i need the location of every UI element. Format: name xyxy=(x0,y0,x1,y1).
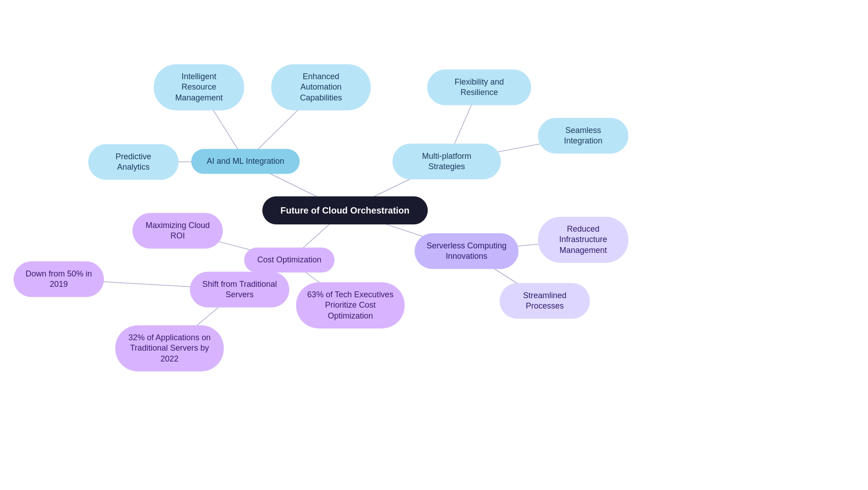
node-shift-traditional: Shift from Traditional Servers xyxy=(190,272,289,308)
node-down-50: Down from 50% in 2019 xyxy=(14,262,104,297)
center-node: Future of Cloud Orchestration xyxy=(262,196,428,224)
node-predictive-analytics: Predictive Analytics xyxy=(88,144,179,180)
node-maximizing-roi: Maximizing Cloud ROI xyxy=(132,213,223,249)
node-enhanced-automation: Enhanced Automation Capabilities xyxy=(271,64,371,110)
node-serverless: Serverless Computing Innovations xyxy=(415,233,519,269)
node-reduced-infra: Reduced Infrastructure Management xyxy=(538,217,628,263)
node-multi-platform: Multi-platform Strategies xyxy=(392,144,501,180)
node-streamlined: Streamlined Processes xyxy=(500,283,590,319)
node-seamless-integration: Seamless Integration xyxy=(538,118,628,154)
node-intelligent-resource: Intelligent Resource Management xyxy=(154,64,244,110)
node-flexibility: Flexibility and Resilience xyxy=(427,70,531,105)
node-63-percent: 63% of Tech Executives Prioritize Cost O… xyxy=(296,282,405,328)
node-cost-optimization: Cost Optimization xyxy=(244,247,335,272)
node-32-percent: 32% of Applications on Traditional Serve… xyxy=(115,325,224,371)
node-ai-ml: AI and ML Integration xyxy=(191,149,300,174)
